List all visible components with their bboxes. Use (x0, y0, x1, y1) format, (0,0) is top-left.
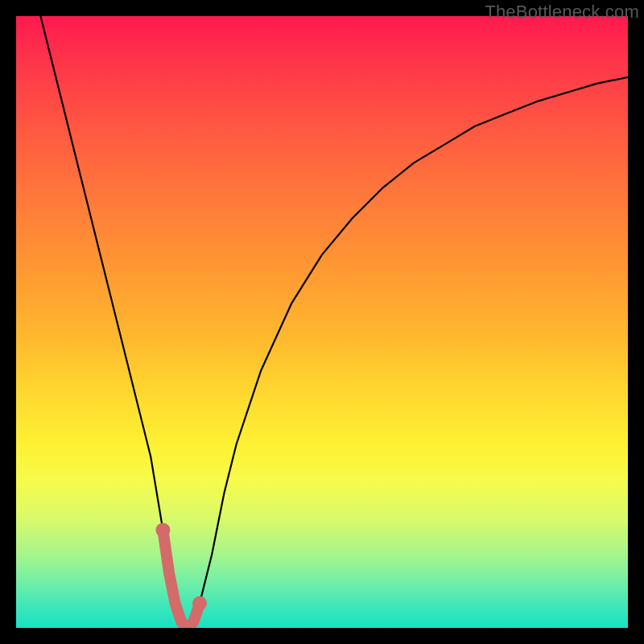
plot-frame (16, 16, 628, 628)
watermark-text: TheBottleneck.com (485, 2, 639, 23)
heat-gradient (16, 16, 628, 628)
